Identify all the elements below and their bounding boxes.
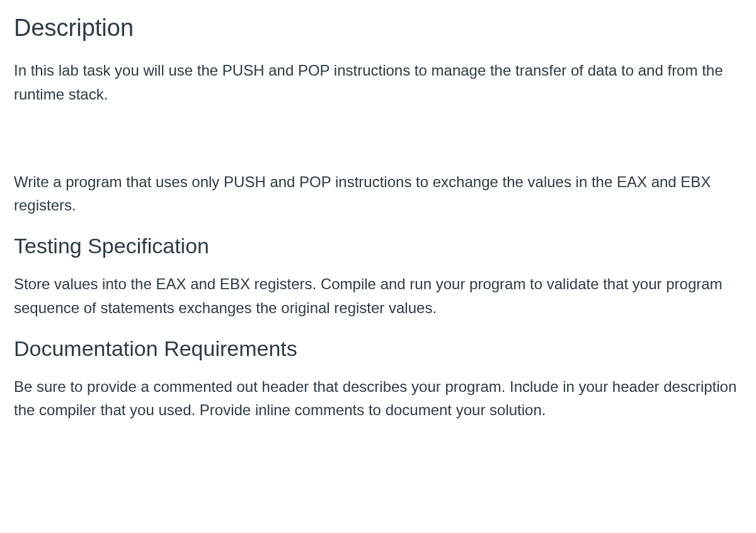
documentation-body-text: Be sure to provide a commented out heade…	[14, 375, 743, 421]
content-spacer	[14, 121, 743, 170]
description-intro-text: In this lab task you will use the PUSH a…	[14, 59, 743, 105]
description-task-text: Write a program that uses only PUSH and …	[14, 170, 743, 217]
testing-body-text: Store values into the EAX and EBX regist…	[14, 272, 743, 319]
documentation-heading: Documentation Requirements	[14, 335, 743, 362]
testing-heading: Testing Specification	[14, 232, 743, 260]
description-heading: Description	[14, 13, 743, 43]
